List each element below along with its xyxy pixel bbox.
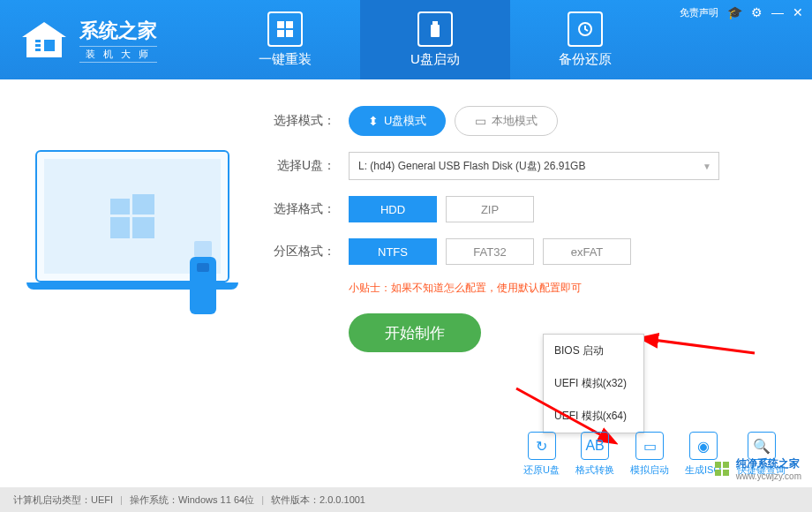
tab-usb-boot[interactable]: U盘启动 <box>360 0 510 79</box>
svg-rect-3 <box>44 40 55 51</box>
popup-bios-boot[interactable]: BIOS 启动 <box>544 335 643 367</box>
tool-format-convert[interactable]: AB 格式转换 <box>575 432 614 477</box>
svg-rect-15 <box>194 241 212 257</box>
mode-usb-button[interactable]: ⬍ U盘模式 <box>349 106 446 136</box>
tool-simulate-boot[interactable]: ▭ 模拟启动 <box>630 432 669 477</box>
form-area: 选择模式： ⬍ U盘模式 ▭ 本地模式 选择U盘： L: (hd4) Gener… <box>265 106 777 352</box>
logo-subtitle: 装 机 大 师 <box>79 46 157 63</box>
restore-icon <box>568 11 603 47</box>
os-value: Windows 11 64位 <box>178 493 254 507</box>
watermark-logo-icon <box>713 460 731 478</box>
restore-usb-icon: ↻ <box>528 432 556 460</box>
format-hdd-button[interactable]: HDD <box>349 196 437 222</box>
format-convert-icon: AB <box>581 432 609 460</box>
boot-type-value: UEFI <box>91 494 113 505</box>
mode-label: 选择模式： <box>265 113 335 129</box>
watermark-name: 纯净系统之家 <box>736 456 801 471</box>
illustration <box>35 106 265 352</box>
hint-text: 小贴士：如果不知道怎么配置，使用默认配置即可 <box>349 281 777 296</box>
windows-icon <box>267 11 303 47</box>
start-button[interactable]: 开始制作 <box>349 313 481 352</box>
svg-rect-2 <box>35 49 41 51</box>
logo-house-icon <box>18 18 71 62</box>
svg-rect-23 <box>723 470 729 476</box>
watermark-url: www.ycwjzy.com <box>736 471 801 481</box>
svg-rect-12 <box>132 194 154 215</box>
watermark: 纯净系统之家 www.ycwjzy.com <box>713 456 801 481</box>
os-label: 操作系统： <box>130 493 178 507</box>
close-icon[interactable]: ✕ <box>793 5 803 19</box>
monitor-small-icon: ▭ <box>475 114 486 128</box>
nav-tabs: 一键重装 U盘启动 备份还原 <box>210 0 660 79</box>
logo-area: 系统之家 装 机 大 师 <box>0 18 157 63</box>
partition-fat32-button[interactable]: FAT32 <box>446 238 534 265</box>
svg-rect-20 <box>715 462 721 468</box>
svg-rect-1 <box>35 44 41 47</box>
tab-label: 备份还原 <box>559 51 612 68</box>
usb-drive-icon <box>181 237 225 325</box>
svg-rect-21 <box>723 462 729 468</box>
format-zip-button[interactable]: ZIP <box>446 196 534 222</box>
partition-label: 分区格式： <box>265 244 335 260</box>
svg-rect-7 <box>286 30 293 37</box>
format-label: 选择格式： <box>265 201 335 217</box>
partition-exfat-button[interactable]: exFAT <box>543 238 631 265</box>
simulate-boot-icon: ▭ <box>635 432 664 460</box>
tab-backup[interactable]: 备份还原 <box>510 0 660 79</box>
svg-rect-11 <box>110 199 130 215</box>
tool-restore-usb[interactable]: ↻ 还原U盘 <box>523 432 560 477</box>
content: 选择模式： ⬍ U盘模式 ▭ 本地模式 选择U盘： L: (hd4) Gener… <box>0 79 812 361</box>
svg-rect-4 <box>277 21 284 28</box>
version-value: 2.0.0.1001 <box>320 494 365 505</box>
svg-rect-6 <box>277 30 284 37</box>
svg-rect-22 <box>715 470 721 476</box>
header: 系统之家 装 机 大 师 一键重装 U盘启动 备份还原 免责声明 🎓 ⚙ — <box>0 0 812 79</box>
top-controls: 免责声明 🎓 ⚙ — ✕ <box>680 5 803 19</box>
version-label: 软件版本： <box>271 493 320 507</box>
settings-icon[interactable]: ⚙ <box>751 5 763 19</box>
tab-label: 一键重装 <box>259 51 312 68</box>
partition-ntfs-button[interactable]: NTFS <box>349 238 437 265</box>
chevron-down-icon: ▼ <box>703 162 711 171</box>
usb-select[interactable]: L: (hd4) General USB Flash Disk (U盘) 26.… <box>349 152 719 180</box>
svg-rect-0 <box>35 40 41 42</box>
boot-type-label: 计算机启动类型： <box>13 493 91 507</box>
svg-rect-9 <box>431 25 440 37</box>
popup-uefi-x32[interactable]: UEFI 模拟(x32) <box>544 367 643 400</box>
graduation-icon[interactable]: 🎓 <box>727 5 742 19</box>
svg-rect-14 <box>132 217 154 238</box>
usb-small-icon: ⬍ <box>368 114 379 128</box>
mode-local-button[interactable]: ▭ 本地模式 <box>455 106 558 136</box>
usb-label: 选择U盘： <box>265 158 335 174</box>
usb-icon <box>417 11 453 47</box>
svg-rect-8 <box>432 21 438 25</box>
popup-uefi-x64[interactable]: UEFI 模拟(x64) <box>544 400 643 433</box>
boot-popup-menu: BIOS 启动 UEFI 模拟(x32) UEFI 模拟(x64) <box>543 334 644 433</box>
disclaimer-link[interactable]: 免责声明 <box>680 6 718 19</box>
svg-rect-5 <box>286 21 293 28</box>
footer: 计算机启动类型： UEFI | 操作系统： Windows 11 64位 | 软… <box>0 487 812 512</box>
minimize-icon[interactable]: — <box>771 5 784 19</box>
tab-label: U盘启动 <box>410 51 460 68</box>
svg-rect-13 <box>110 217 130 238</box>
tab-reinstall[interactable]: 一键重装 <box>210 0 360 79</box>
svg-rect-17 <box>197 263 209 272</box>
logo-title: 系统之家 <box>79 18 157 44</box>
